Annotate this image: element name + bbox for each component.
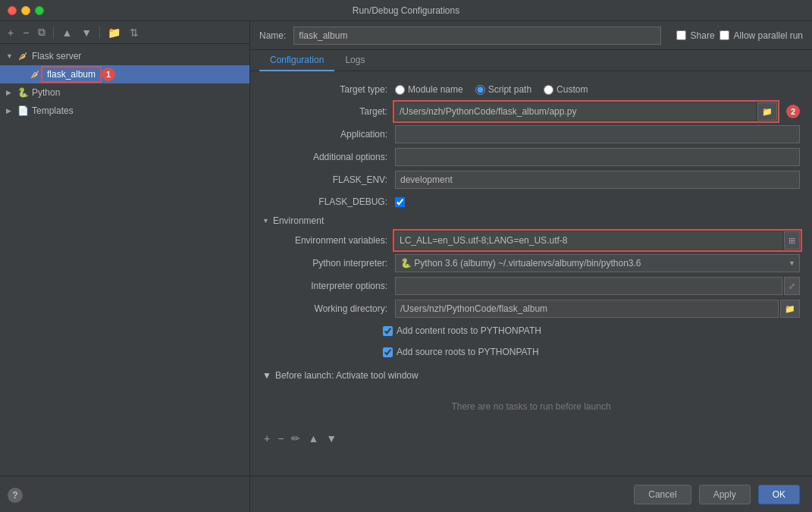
launch-remove-button[interactable]: − xyxy=(276,431,285,446)
expand-arrow: ▶ xyxy=(6,89,17,96)
application-label: Application: xyxy=(262,129,395,140)
launch-edit-button[interactable]: ✏ xyxy=(290,431,302,446)
working-directory-input-group: 📁 xyxy=(395,300,800,318)
flask-debug-checkbox[interactable] xyxy=(395,197,405,207)
launch-toolbar: + − ✏ ▲ ▼ xyxy=(250,429,812,448)
cancel-button[interactable]: Cancel xyxy=(634,485,691,504)
flask-debug-label: FLASK_DEBUG: xyxy=(262,196,395,207)
interpreter-options-input-group: ⤢ xyxy=(395,277,800,295)
launch-down-button[interactable]: ▼ xyxy=(324,431,338,446)
folder-button[interactable]: 📁 xyxy=(105,25,124,40)
sidebar-item-label: Python xyxy=(32,87,60,98)
script-path-option[interactable]: Script path xyxy=(475,84,531,95)
launch-empty-message: There are no tasks to run before launch xyxy=(451,401,610,412)
add-source-roots-checkbox[interactable] xyxy=(383,347,393,357)
add-source-roots-option[interactable]: Add source roots to PYTHONPATH xyxy=(383,347,539,357)
flask-env-value xyxy=(395,171,800,189)
window-title: Run/Debug Configurations xyxy=(353,5,459,16)
maximize-button[interactable] xyxy=(35,6,44,15)
before-launch-label: Before launch: Activate tool window xyxy=(275,370,419,381)
env-vars-expand-button[interactable]: ⊞ xyxy=(784,231,800,250)
allow-parallel-label: Allow parallel run xyxy=(734,30,803,41)
add-content-roots-option[interactable]: Add content roots to PYTHONPATH xyxy=(383,325,541,336)
allow-parallel-checkbox[interactable] xyxy=(720,30,729,40)
template-icon: 📄 xyxy=(17,105,29,117)
interpreter-options-row: Interpreter options: ⤢ xyxy=(250,275,812,297)
form-content: Target type: Module name Script path Cus… xyxy=(250,71,812,476)
tab-logs[interactable]: Logs xyxy=(334,50,375,71)
apply-button[interactable]: Apply xyxy=(699,485,751,504)
title-bar: Run/Debug Configurations xyxy=(0,0,812,21)
before-launch-header[interactable]: ▼ Before launch: Activate tool window xyxy=(250,367,812,384)
custom-label: Custom xyxy=(556,84,588,95)
copy-config-button[interactable]: ⧉ xyxy=(35,24,49,40)
env-expand-icon: ▼ xyxy=(262,217,269,225)
environment-section-label: Environment xyxy=(273,215,324,226)
flask-env-input[interactable] xyxy=(395,171,800,189)
env-vars-input-group: ⊞ xyxy=(395,231,800,250)
name-row: Name: Share Allow parallel run xyxy=(250,21,812,50)
close-button[interactable] xyxy=(8,6,17,15)
add-source-roots-value: Add source roots to PYTHONPATH xyxy=(383,347,800,357)
right-panel: Name: Share Allow parallel run Configura… xyxy=(250,21,812,512)
script-path-radio[interactable] xyxy=(475,85,485,95)
target-input[interactable] xyxy=(395,102,756,121)
sidebar-bottom: ? xyxy=(0,476,249,512)
target-type-options: Module name Script path Custom xyxy=(395,84,800,95)
additional-options-label: Additional options: xyxy=(262,152,395,162)
launch-up-button[interactable]: ▲ xyxy=(306,431,320,446)
share-checkbox[interactable] xyxy=(676,30,686,40)
target-type-label: Target type: xyxy=(262,84,395,95)
interpreter-options-expand-button[interactable]: ⤢ xyxy=(784,277,800,295)
add-config-button[interactable]: + xyxy=(5,25,17,40)
additional-options-input[interactable] xyxy=(395,148,800,166)
python-interpreter-label: Python interpreter: xyxy=(262,258,395,269)
name-input[interactable] xyxy=(293,27,660,45)
target-browse-button[interactable]: 📁 xyxy=(757,102,777,121)
custom-radio[interactable] xyxy=(544,85,553,95)
minimize-button[interactable] xyxy=(21,6,30,15)
working-directory-input[interactable] xyxy=(395,300,779,318)
python-interpreter-select[interactable]: 🐍 Python 3.6 (albumy) ~/.virtualenvs/alb… xyxy=(395,254,800,272)
ok-button[interactable]: OK xyxy=(758,485,800,504)
move-down-button[interactable]: ▼ xyxy=(78,25,95,40)
working-directory-label: Working directory: xyxy=(262,303,395,314)
environment-section-header[interactable]: ▼ Environment xyxy=(250,212,812,229)
flask-debug-value xyxy=(395,197,800,207)
sidebar-item-label: flask_album xyxy=(44,69,99,80)
sort-button[interactable]: ⇅ xyxy=(127,25,142,40)
toolbar-separator xyxy=(53,27,54,39)
config-tree: ▼ 🌶 Flask server 🌶 flask_album 1 ▶ 🐍 Pyt… xyxy=(0,44,249,476)
sidebar-item-python[interactable]: ▶ 🐍 Python xyxy=(0,83,249,102)
module-name-radio[interactable] xyxy=(395,85,405,95)
python-interpreter-value: 🐍 Python 3.6 (albumy) ~/.virtualenvs/alb… xyxy=(395,254,800,272)
additional-options-row: Additional options: xyxy=(250,146,812,168)
module-name-option[interactable]: Module name xyxy=(395,84,463,95)
sidebar-item-templates[interactable]: ▶ 📄 Templates xyxy=(0,102,249,120)
move-up-button[interactable]: ▲ xyxy=(58,25,75,40)
sidebar-item-flask-server[interactable]: ▼ 🌶 Flask server xyxy=(0,47,249,65)
sidebar-item-label: Templates xyxy=(32,105,74,116)
add-content-roots-value: Add content roots to PYTHONPATH xyxy=(383,325,800,336)
launch-add-button[interactable]: + xyxy=(262,431,271,446)
application-value xyxy=(395,125,800,143)
target-value: 📁 2 xyxy=(395,102,800,121)
env-vars-input[interactable] xyxy=(395,231,782,250)
before-launch-expand-icon: ▼ xyxy=(262,370,271,381)
tab-configuration[interactable]: Configuration xyxy=(259,50,334,71)
working-directory-browse-button[interactable]: 📁 xyxy=(780,300,800,318)
python-interpreter-row: Python interpreter: 🐍 Python 3.6 (albumy… xyxy=(250,252,812,275)
python-interpreter-dropdown-wrapper: 🐍 Python 3.6 (albumy) ~/.virtualenvs/alb… xyxy=(395,254,800,272)
interpreter-options-input[interactable] xyxy=(395,277,782,295)
application-input[interactable] xyxy=(395,125,800,143)
interpreter-options-label: Interpreter options: xyxy=(262,281,395,291)
remove-config-button[interactable]: − xyxy=(20,25,32,40)
custom-option[interactable]: Custom xyxy=(544,84,588,95)
sidebar-toolbar: + − ⧉ ▲ ▼ 📁 ⇅ xyxy=(0,21,249,44)
add-content-roots-checkbox[interactable] xyxy=(383,326,393,336)
help-button[interactable]: ? xyxy=(8,488,23,503)
add-content-roots-row: Add content roots to PYTHONPATH xyxy=(250,320,812,341)
application-row: Application: xyxy=(250,123,812,146)
sidebar-item-flask-album[interactable]: 🌶 flask_album 1 xyxy=(0,65,249,83)
working-directory-value: 📁 xyxy=(395,300,800,318)
